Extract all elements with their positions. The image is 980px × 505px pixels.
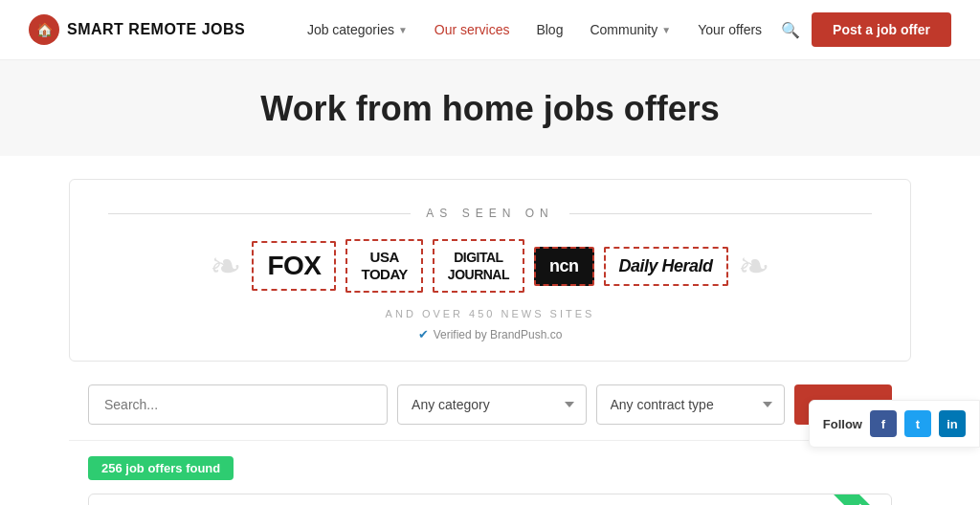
digital-journal-logo: DIGITALJOURNAL (433, 239, 524, 293)
usa-today-logo: USATODAY (345, 239, 422, 293)
as-seen-on-panel: AS SEEN ON ❧ FOX USATODAY DIGITALJOURNAL… (69, 179, 911, 362)
nav-item-our-services[interactable]: Our services (434, 22, 510, 37)
header: 🏠 SMART REMOTE JOBS Job categories ▼ Our… (0, 0, 980, 60)
contract-type-select[interactable]: Any contract type Full-time Part-time Co… (596, 384, 785, 425)
search-input[interactable] (88, 384, 388, 425)
hero-title: Work from home jobs offers (19, 89, 961, 129)
ncn-logo: ncn (534, 247, 594, 286)
verified-text: Verified by BrandPush.co (434, 328, 563, 341)
linkedin-button[interactable]: in (939, 410, 966, 437)
fox-logo: FOX (252, 241, 336, 291)
external-ribbon: EXTERNAL (832, 494, 892, 505)
results-count-badge: 256 job offers found (88, 456, 234, 480)
laurel-left-icon: ❧ (210, 247, 242, 285)
laurel-right-icon: ❧ (738, 247, 770, 285)
daily-herald-logo: Daily Herald (604, 247, 728, 286)
divider (69, 440, 911, 441)
search-section: Any category Web design Development Mark… (69, 384, 911, 425)
nav-item-job-categories[interactable]: Job categories ▼ (307, 22, 408, 37)
nav-item-your-offers[interactable]: Your offers (698, 22, 762, 37)
nav-item-blog[interactable]: Blog (536, 22, 563, 37)
follow-label: Follow (823, 417, 862, 431)
chevron-down-icon: ▼ (398, 25, 408, 35)
logo-icon: 🏠 (29, 14, 59, 45)
verified-row: ✔ Verified by BrandPush.co (108, 327, 872, 341)
follow-sidebar: Follow f t in (809, 400, 980, 448)
chevron-down-icon: ▼ (661, 25, 671, 35)
twitter-button[interactable]: t (904, 410, 931, 437)
hero-section: Work from home jobs offers (0, 60, 980, 156)
job-card: EXTERNAL Web Solutions Architect Publish… (88, 494, 892, 505)
category-select[interactable]: Any category Web design Development Mark… (397, 384, 586, 425)
logo[interactable]: 🏠 SMART REMOTE JOBS (29, 14, 245, 45)
facebook-button[interactable]: f (870, 410, 897, 437)
news-sites-text: AND OVER 450 NEWS SITES (108, 308, 872, 319)
logos-row: ❧ FOX USATODAY DIGITALJOURNAL ncn Daily … (108, 239, 872, 293)
nav-item-community[interactable]: Community ▼ (590, 22, 671, 37)
results-section: 256 job offers found EXTERNAL Web Soluti… (69, 456, 911, 505)
as-seen-on-label: AS SEEN ON (108, 207, 872, 220)
search-icon-button[interactable]: 🔍 (781, 21, 800, 39)
main-nav: Job categories ▼ Our services Blog Commu… (307, 22, 762, 37)
logo-text: SMART REMOTE JOBS (67, 21, 245, 38)
verified-check-icon: ✔ (418, 327, 429, 341)
post-job-button[interactable]: Post a job offer (812, 12, 951, 47)
